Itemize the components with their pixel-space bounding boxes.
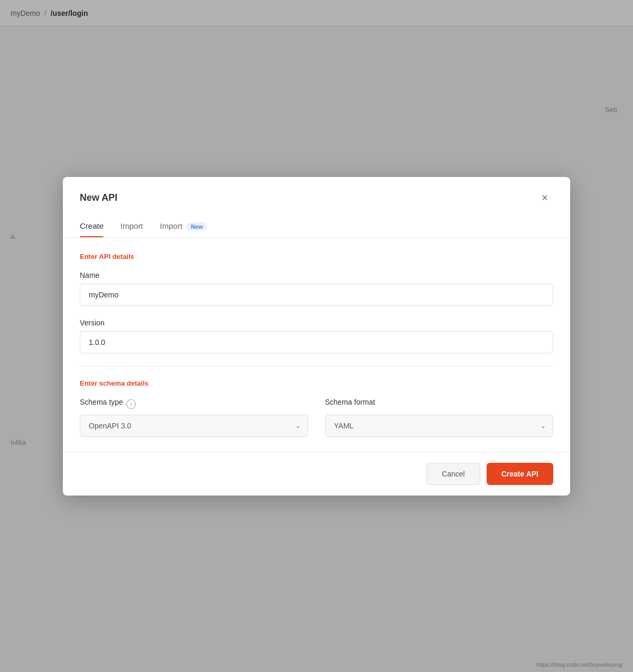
name-label: Name [80,271,553,279]
schema-format-label: Schema format [325,398,375,406]
tab-bar: Create Import Import New [63,215,570,238]
name-input[interactable] [80,284,553,306]
schema-format-select[interactable]: YAML JSON [325,415,553,437]
modal-footer: Cancel Create API [63,452,570,496]
version-field-group: Version [80,319,553,353]
cancel-button[interactable]: Cancel [426,463,480,485]
modal-title: New API [80,192,117,203]
modal-body: Enter API details Name Version Enter sch… [63,238,570,452]
version-input[interactable] [80,331,553,353]
schema-type-select-wrapper: OpenAPI 3.0 OpenAPI 2.0 AsyncAPI 2.0 ⌄ [80,415,308,437]
tab-import[interactable]: Import [120,215,143,237]
schema-details-section-title: Enter schema details [80,379,553,387]
tab-create[interactable]: Create [80,215,104,237]
modal-overlay: New API × Create Import Import New Enter… [0,0,633,672]
name-field-group: Name [80,271,553,306]
schema-type-select[interactable]: OpenAPI 3.0 OpenAPI 2.0 AsyncAPI 2.0 [80,415,308,437]
modal-header: New API × [63,177,570,215]
schema-type-col: Schema type i OpenAPI 3.0 OpenAPI 2.0 As… [80,398,308,437]
schema-type-label: Schema type [80,398,123,406]
new-api-modal: New API × Create Import Import New Enter… [63,177,570,496]
new-badge: New [187,222,207,231]
schema-row: Schema type i OpenAPI 3.0 OpenAPI 2.0 As… [80,398,553,437]
create-api-button[interactable]: Create API [487,463,553,485]
version-label: Version [80,319,553,327]
tab-import-new-label: Import [160,221,183,230]
section-divider [80,366,553,367]
schema-format-label-row: Schema format [325,398,553,410]
schema-type-label-row: Schema type i [80,398,308,410]
schema-format-col: Schema format YAML JSON ⌄ [325,398,553,437]
schema-type-info-icon[interactable]: i [126,399,136,409]
close-button[interactable]: × [536,190,553,207]
tab-import-new[interactable]: Import New [160,215,207,237]
schema-format-select-wrapper: YAML JSON ⌄ [325,415,553,437]
api-details-section-title: Enter API details [80,253,553,260]
